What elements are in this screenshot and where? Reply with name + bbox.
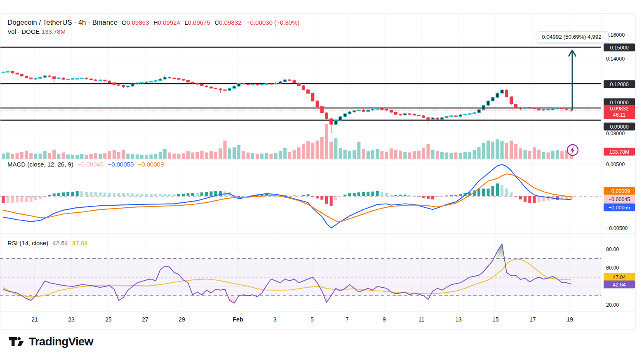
macd-axis-value-badge: −0.00055 xyxy=(604,204,635,211)
bar-countdown: 46:11 xyxy=(604,112,635,118)
time-axis-label: 13 xyxy=(455,316,462,323)
macd-axis-label: 0.00500 xyxy=(604,162,637,167)
price-axis-label: 0.14000 xyxy=(604,56,637,62)
price-axis[interactable]: 0.160000.150000.140000.120000.100000.098… xyxy=(601,14,644,311)
last-price-badge: 0.0983246:11 xyxy=(604,105,635,119)
rsi-axis-label: 20.00 xyxy=(604,302,637,308)
tradingview-logo-icon xyxy=(8,335,25,349)
rsi-axis-value-badge: 42.64 xyxy=(604,281,635,289)
price-axis-label: 0.08000 xyxy=(604,131,637,136)
time-axis-label: 27 xyxy=(142,316,148,323)
time-axis-label: 23 xyxy=(68,316,75,323)
time-axis-label: 11 xyxy=(418,316,425,323)
open-label: O xyxy=(122,19,127,26)
rsi-legend: RSI (14, close) 42.64 47.04 xyxy=(7,239,88,246)
low-label: L xyxy=(184,19,188,26)
time-axis[interactable]: 2123252729Feb35791113151719 xyxy=(0,311,601,330)
high-value: 0.09924 xyxy=(158,19,180,26)
time-axis-label: 17 xyxy=(529,316,536,323)
time-axis-label: 9 xyxy=(383,316,386,323)
macd-line-value: −0.00055 xyxy=(108,161,134,168)
macd-signal-value: −0.00009 xyxy=(138,161,164,168)
tradingview-logo-text: TradingView xyxy=(29,335,93,348)
volume-badge: 133.78M xyxy=(604,148,635,156)
tradingview-chart-screenshot: bevahmutha created with TradingView.com,… xyxy=(0,0,644,359)
rsi-axis-value-badge: 47.04 xyxy=(604,273,635,281)
symbol-legend: Dogecoin / TetherUS · 4h · Binance O0.09… xyxy=(7,18,299,36)
time-axis-label: 7 xyxy=(346,316,349,323)
time-axis-label: 19 xyxy=(566,316,573,323)
open-value: 0.09863 xyxy=(127,19,149,26)
price-axis-line-badge: 0.09000 xyxy=(604,123,635,131)
macd-label[interactable]: MACD (close, 12, 26, 9) xyxy=(7,161,73,168)
macd-axis-value-badge: −0.00009 xyxy=(604,187,635,195)
time-axis-label: 5 xyxy=(310,316,314,323)
change-value: −0.00030 (−0.30%) xyxy=(247,19,299,26)
time-axis-label: 3 xyxy=(273,316,277,323)
time-axis-label: 21 xyxy=(31,316,38,323)
time-axis-label: 15 xyxy=(492,316,499,323)
macd-axis-label: −0.00500 xyxy=(604,225,637,231)
macd-hist-value: −0.00045 xyxy=(78,161,103,168)
high-label: H xyxy=(153,19,158,26)
macd-axis-value-badge: −0.00045 xyxy=(604,195,635,203)
rsi-axis-label: 60.00 xyxy=(604,265,637,271)
price-axis-line-badge: 0.12000 xyxy=(604,80,635,88)
symbol-title[interactable]: Dogecoin / TetherUS · 4h · Binance xyxy=(7,19,118,26)
measure-tooltip: 0.04992 (50.69%) 4,992 xyxy=(537,31,609,43)
rsi-label[interactable]: RSI (14, close) xyxy=(7,239,48,246)
tradingview-logo[interactable]: TradingView xyxy=(8,335,93,349)
close-label: C xyxy=(215,19,219,26)
time-axis-label: 25 xyxy=(105,316,112,323)
rsi-ma-value: 47.04 xyxy=(72,239,88,246)
price-axis-line-badge: 0.15000 xyxy=(604,44,635,52)
rsi-value: 42.64 xyxy=(52,239,68,246)
volume-indicator-label[interactable]: Vol · DOGE xyxy=(7,28,40,35)
low-value: 0.09675 xyxy=(188,19,210,26)
last-price-value: 0.09832 xyxy=(604,106,635,112)
chart-plot-area[interactable] xyxy=(0,0,644,359)
time-axis-label: Feb xyxy=(233,316,243,323)
close-value: 0.09832 xyxy=(219,19,241,26)
time-axis-label: 29 xyxy=(179,316,185,323)
rsi-axis-label: 80.00 xyxy=(604,246,637,252)
volume-value: 133.78M xyxy=(42,28,66,35)
measure-tooltip-text: 0.04992 (50.69%) 4,992 xyxy=(542,34,602,40)
flash-icon[interactable] xyxy=(567,145,578,155)
macd-legend: MACD (close, 12, 26, 9) −0.00045 −0.0005… xyxy=(7,161,164,168)
price-axis-label: 0.16000 xyxy=(604,32,637,38)
